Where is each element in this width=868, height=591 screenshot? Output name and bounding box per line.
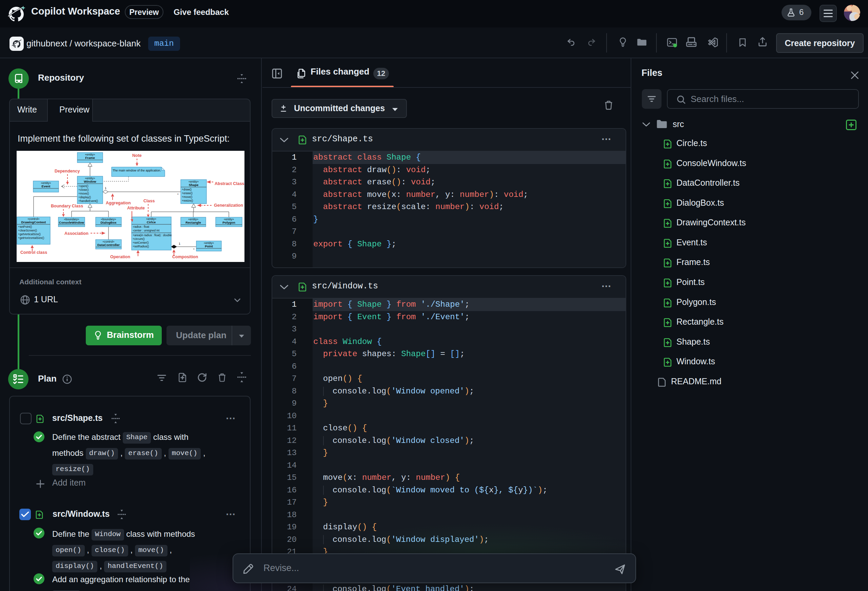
svg-text:DataController: DataController <box>97 243 120 247</box>
svg-text:+move(): +move() <box>182 195 193 199</box>
svg-text:+setRadius(): +setRadius() <box>133 245 149 248</box>
svg-text:Control class: Control class <box>20 250 47 255</box>
svg-text:+close(): +close() <box>78 188 89 192</box>
svg-text:Point: Point <box>205 244 213 248</box>
svg-text:+circum(): +circum() <box>133 237 145 240</box>
svg-text:+handleEvent(): +handleEvent() <box>78 199 98 203</box>
svg-text:+move(): +move() <box>78 192 89 195</box>
svg-text:*: * <box>177 193 179 196</box>
svg-text:Note: Note <box>132 153 142 158</box>
svg-text:*: * <box>193 248 195 251</box>
svg-text:Rectangle: Rectangle <box>186 221 201 224</box>
svg-text:-center : unsigned int: -center : unsigned int <box>133 229 160 232</box>
svg-text:Dependency: Dependency <box>55 169 80 174</box>
svg-text:Cirlce: Cirlce <box>147 220 156 224</box>
svg-text:Association: Association <box>64 231 89 236</box>
svg-text:+draw(): +draw() <box>182 188 192 191</box>
svg-text:+setPoint(): +setPoint() <box>18 225 32 228</box>
svg-text:Event: Event <box>42 184 51 188</box>
svg-text:Generalization: Generalization <box>214 203 243 208</box>
svg-text:+getHorizontalSize(): +getHorizontalSize() <box>18 236 44 240</box>
svg-text:ConsoleWindow: ConsoleWindow <box>59 221 84 224</box>
svg-text:Class: Class <box>143 199 155 203</box>
svg-text:1: 1 <box>105 186 106 190</box>
svg-text:+resize(): +resize() <box>182 199 193 202</box>
svg-text:+display(): +display() <box>78 196 91 199</box>
svg-text:Boundary Class: Boundary Class <box>51 204 83 208</box>
svg-text:Abstract Class: Abstract Class <box>215 181 245 186</box>
svg-text:+open(): +open() <box>78 184 89 188</box>
svg-text:Attribute: Attribute <box>127 206 145 211</box>
svg-text:1: 1 <box>179 242 180 245</box>
svg-text:-radius : float: -radius : float <box>133 225 149 228</box>
svg-text:Window: Window <box>84 180 96 183</box>
svg-text:Frame: Frame <box>85 156 95 160</box>
svg-text:The main window of the applica: The main window of the application. <box>112 169 161 172</box>
svg-text:Aggregation: Aggregation <box>106 200 131 205</box>
svg-text:+erase(): +erase() <box>182 192 193 195</box>
svg-text:Composition: Composition <box>172 255 198 259</box>
svg-text:DrawingContext: DrawingContext <box>21 220 46 224</box>
svg-text:+setCenter(): +setCenter() <box>133 241 149 244</box>
svg-text:+clearScreen(): +clearScreen() <box>18 229 37 232</box>
svg-text:+getVerticalSize(): +getVerticalSize() <box>18 233 41 236</box>
svg-text:Polygon: Polygon <box>223 221 235 224</box>
svg-text:Operation: Operation <box>110 255 130 259</box>
svg-text:+area(in radius : float) : dou: +area(in radius : float) : double <box>133 233 172 237</box>
svg-text:DialogBox: DialogBox <box>101 221 117 224</box>
svg-text:Shape: Shape <box>189 183 199 187</box>
